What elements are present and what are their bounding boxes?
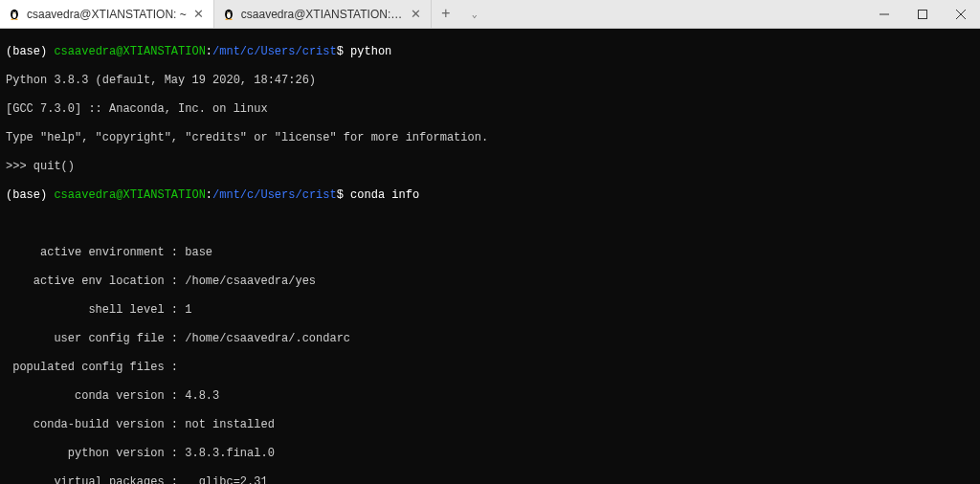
tab-2[interactable]: csaavedra@XTIANSTATION: /mnt ✕ (214, 0, 432, 28)
svg-rect-13 (919, 10, 927, 18)
output-line: Python 3.8.3 (default, May 19 2020, 18:4… (6, 74, 974, 88)
tab-strip: csaavedra@XTIANSTATION: ~ ✕ csaavedra@XT… (0, 0, 865, 28)
penguin-icon (222, 8, 235, 21)
user-host: csaavedra@XTIANSTATION (54, 188, 205, 202)
cmd-python: python (350, 45, 391, 58)
env-tag: (base) (6, 188, 54, 202)
tab-2-title: csaavedra@XTIANSTATION: /mnt (241, 8, 404, 21)
window-controls (865, 0, 980, 28)
info-line: populated config files : (6, 361, 974, 375)
tab-1-title: csaavedra@XTIANSTATION: ~ (27, 8, 187, 21)
info-line: active env location : /home/csaavedra/ye… (6, 275, 974, 289)
tab-2-close-icon[interactable]: ✕ (410, 8, 423, 21)
svg-point-5 (15, 18, 18, 20)
user-host: csaavedra@XTIANSTATION (54, 45, 205, 58)
dollar: $ (337, 45, 350, 58)
output-line: [GCC 7.3.0] :: Anaconda, Inc. on linux (6, 102, 974, 117)
svg-point-3 (15, 11, 16, 12)
svg-point-11 (229, 18, 232, 20)
maximize-button[interactable] (903, 0, 942, 28)
info-line: virtual packages : __glibc=2.31 (6, 475, 974, 484)
svg-point-10 (225, 18, 228, 20)
svg-point-2 (12, 11, 13, 12)
svg-point-8 (227, 11, 228, 12)
title-bar: csaavedra@XTIANSTATION: ~ ✕ csaavedra@XT… (0, 0, 980, 29)
colon: : (206, 45, 212, 58)
info-line: conda-build version : not installed (6, 418, 974, 432)
minimize-button[interactable] (865, 0, 903, 28)
svg-point-4 (11, 18, 13, 20)
env-tag: (base) (6, 45, 54, 58)
terminal-body[interactable]: (base) csaavedra@XTIANSTATION:/mnt/c/Use… (0, 29, 980, 484)
dollar: $ (337, 188, 350, 202)
cwd: /mnt/c/Users/crist (212, 45, 337, 58)
prompt-line-2: (base) csaavedra@XTIANSTATION:/mnt/c/Use… (6, 188, 974, 203)
info-line: active environment : base (6, 246, 974, 260)
output-line: Type "help", "copyright", "credits" or "… (6, 131, 974, 145)
tab-1-close-icon[interactable]: ✕ (192, 8, 206, 21)
cwd: /mnt/c/Users/crist (212, 188, 337, 202)
close-button[interactable] (942, 0, 980, 28)
blank-line (6, 217, 974, 231)
penguin-icon (8, 8, 21, 21)
output-line: >>> quit() (6, 160, 974, 174)
info-line: conda version : 4.8.3 (6, 389, 974, 404)
prompt-line-1: (base) csaavedra@XTIANSTATION:/mnt/c/Use… (6, 45, 974, 59)
info-line: python version : 3.8.3.final.0 (6, 447, 974, 461)
tab-dropdown-icon[interactable]: ⌄ (460, 0, 489, 28)
svg-point-9 (229, 11, 230, 12)
info-line: user config file : /home/csaavedra/.cond… (6, 332, 974, 346)
cmd-conda-info: conda info (350, 188, 419, 202)
colon: : (206, 188, 212, 202)
info-line: shell level : 1 (6, 303, 974, 318)
tab-1[interactable]: csaavedra@XTIANSTATION: ~ ✕ (0, 0, 214, 28)
new-tab-button[interactable]: + (432, 0, 460, 28)
